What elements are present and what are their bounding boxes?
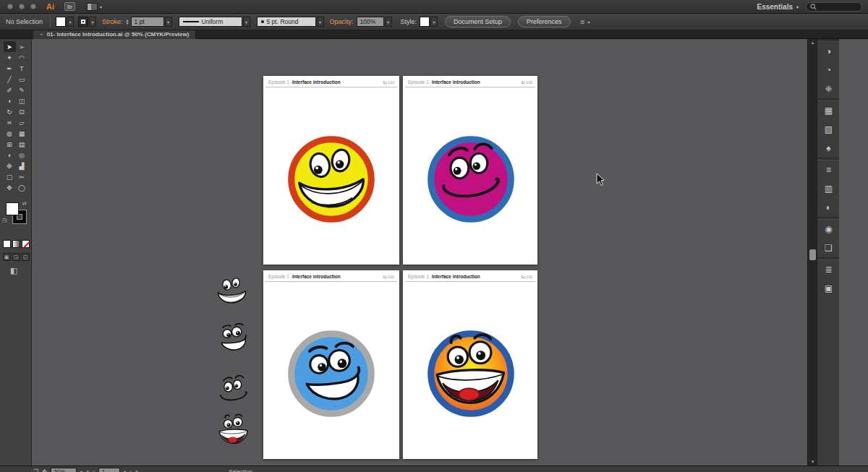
preferences-button[interactable]: Preferences	[518, 16, 571, 27]
zoom-level-field[interactable]: 50%	[51, 468, 77, 472]
swatches-panel[interactable]: ▦	[817, 101, 840, 120]
swap-fill-stroke-icon[interactable]: ⇄	[22, 201, 27, 207]
selection-tool[interactable]: ➤	[4, 41, 16, 52]
bridge-button[interactable]: Br	[64, 2, 75, 11]
color-button[interactable]	[3, 240, 11, 248]
direct-selection-tool[interactable]: ➢	[16, 41, 28, 52]
brush-definition-select[interactable]: 5 pt. Round	[257, 17, 316, 27]
width-tool[interactable]: ≍	[4, 117, 16, 128]
align-options-button[interactable]: ≡ ▾	[581, 18, 590, 26]
hand-icon[interactable]: ✥	[42, 468, 47, 472]
stroke-weight-dropdown[interactable]: ▾	[165, 17, 172, 27]
stroke-color-swatch[interactable]	[78, 17, 88, 27]
vertical-scrollbar[interactable]: ▲ ▼	[807, 39, 817, 465]
blob-brush-tool[interactable]: ◖	[4, 95, 16, 106]
stroke-label[interactable]: Stroke:	[102, 18, 123, 25]
appearance-panel[interactable]: ◉	[817, 220, 840, 239]
symbols-panel[interactable]: ♠	[817, 139, 840, 158]
search-input[interactable]	[806, 2, 862, 12]
hand-tool[interactable]: ✥	[4, 182, 16, 193]
minimize-window-icon[interactable]	[19, 4, 25, 9]
face-sketch-grin[interactable]	[216, 274, 248, 307]
shape-builder-tool[interactable]: ◍	[4, 128, 16, 139]
arrange-documents-button[interactable]: ▾	[87, 3, 102, 11]
artboards-panel[interactable]: ▣	[817, 279, 840, 298]
type-tool[interactable]: T	[16, 63, 28, 74]
style-dropdown[interactable]: ▾	[430, 17, 438, 27]
color-guide-panel[interactable]: ◔	[817, 61, 840, 80]
artboard-3[interactable]: Episode 1 - Interface introduction Ep 1/…	[263, 270, 399, 459]
layers-panel[interactable]: ≣	[817, 260, 840, 279]
first-artboard-button[interactable]: «	[86, 468, 89, 472]
scale-tool[interactable]: ⊡	[16, 106, 28, 117]
style-swatch[interactable]	[420, 17, 430, 27]
opacity-field[interactable]: 100%	[357, 17, 384, 27]
color-panel[interactable]: ◑	[817, 42, 840, 61]
eraser-tool[interactable]: ◫	[16, 95, 28, 106]
symbol-sprayer-tool[interactable]: ❉	[4, 160, 16, 171]
document-tab[interactable]: × 01- Interface Introduction.ai @ 50% (C…	[33, 30, 196, 39]
width-profile-select[interactable]: Uniform	[179, 17, 242, 27]
canvas[interactable]: Episode 1 - Interface introduction Ep 1/…	[32, 39, 839, 465]
paintbrush-tool[interactable]: ✐	[4, 85, 16, 95]
stroke-panel[interactable]: ≡	[817, 160, 840, 179]
close-window-icon[interactable]	[7, 4, 13, 9]
opacity-label[interactable]: Opacity:	[330, 18, 354, 25]
pen-tool[interactable]: ✒	[4, 63, 16, 74]
line-segment-tool[interactable]: ╱	[4, 74, 16, 85]
previous-artboard-button[interactable]: ‹	[93, 468, 95, 472]
column-graph-tool[interactable]: ▟	[16, 160, 28, 171]
draw-normal-button[interactable]: ▣	[3, 253, 11, 261]
gradient-panel[interactable]: ▥	[817, 179, 840, 198]
rotate-tool[interactable]: ↻	[4, 106, 16, 117]
scrollbar-thumb[interactable]	[809, 249, 816, 260]
zoom-window-icon[interactable]	[30, 4, 36, 9]
artboard-4[interactable]: Episode 1 - Interface introduction Ep 1/…	[403, 270, 537, 459]
smiley-yellow-grin[interactable]	[284, 132, 378, 226]
artboard-navigation-field[interactable]: 1	[98, 468, 120, 472]
mesh-tool[interactable]: ⊞	[4, 139, 16, 150]
stroke-weight-stepper[interactable]: ▲▼	[126, 19, 129, 25]
face-sketch-smirk[interactable]	[218, 373, 250, 403]
face-sketch-laugh[interactable]	[218, 411, 249, 447]
blend-tool[interactable]: ◎	[16, 150, 28, 160]
color-themes-panel[interactable]: ❈	[817, 80, 840, 98]
magic-wand-tool[interactable]: ✦	[4, 52, 16, 63]
smiley-magenta-smirk[interactable]	[424, 132, 518, 226]
perspective-grid-tool[interactable]: ▦	[16, 128, 28, 139]
zoom-dropdown-icon[interactable]: ▾	[80, 469, 82, 472]
free-transform-tool[interactable]: ▱	[16, 117, 28, 128]
fill-color-swatch[interactable]	[56, 17, 66, 27]
zoom-tool[interactable]: ◯	[16, 182, 28, 193]
draw-inside-button[interactable]: ◱	[22, 253, 30, 261]
draw-behind-button[interactable]: ◲	[12, 253, 20, 261]
window-controls[interactable]	[7, 4, 36, 9]
next-artboard-button[interactable]: ›	[129, 468, 132, 472]
fill-color-dropdown[interactable]: ▾	[67, 17, 74, 27]
transparency-panel[interactable]: ◐	[817, 198, 840, 217]
rectangle-tool[interactable]: ▭	[16, 74, 28, 85]
opacity-dropdown[interactable]: ▾	[385, 17, 392, 27]
default-fill-stroke-icon[interactable]: ◳	[2, 218, 7, 223]
artboard-2[interactable]: Episode 1 - Interface introduction Ep 1/…	[403, 76, 537, 265]
smiley-blue-smile[interactable]	[284, 327, 378, 421]
screen-mode-button[interactable]: ◧	[10, 266, 17, 275]
width-profile-dropdown[interactable]: ▾	[243, 17, 250, 27]
workspace-switcher[interactable]: Essentials ▾	[757, 3, 799, 11]
graphic-styles-panel[interactable]: ❑	[817, 239, 840, 257]
eyedropper-tool[interactable]: ◗	[4, 150, 16, 160]
artboard-1[interactable]: Episode 1 - Interface introduction Ep 1/…	[263, 76, 399, 265]
artboard-tool[interactable]: ▢	[4, 171, 16, 182]
stroke-color-dropdown[interactable]: ▾	[89, 17, 96, 27]
last-artboard-button[interactable]: »	[135, 468, 138, 472]
stroke-weight-field[interactable]: 1 pt	[131, 17, 164, 27]
gradient-button[interactable]	[12, 240, 20, 248]
lasso-tool[interactable]: ◠	[16, 52, 28, 63]
pencil-tool[interactable]: ✎	[16, 85, 28, 95]
artboard-dropdown-icon[interactable]: ▾	[124, 469, 126, 472]
brush-definition-dropdown[interactable]: ▾	[317, 17, 324, 27]
document-setup-button[interactable]: Document Setup	[445, 16, 511, 27]
fill-indicator[interactable]	[6, 202, 19, 215]
none-button[interactable]	[22, 240, 30, 248]
pages-icon[interactable]: ❐	[33, 468, 38, 472]
